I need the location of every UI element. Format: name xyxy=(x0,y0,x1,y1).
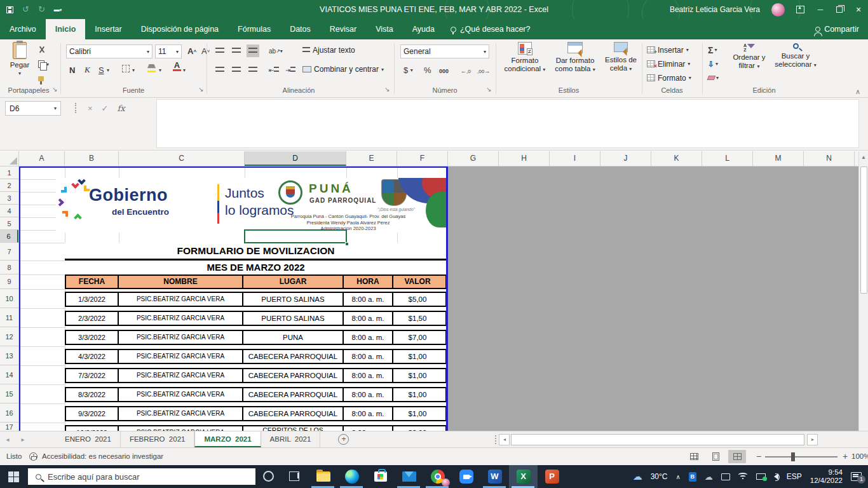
page-layout-view-button[interactable] xyxy=(707,450,724,463)
onedrive-icon[interactable]: ☁ xyxy=(705,472,713,482)
speaker-icon[interactable] xyxy=(774,473,778,480)
name-box[interactable]: D6▾ xyxy=(5,101,61,116)
sort-filter-button[interactable]: AZ Ordenar y filtrar ▾ xyxy=(729,43,769,71)
bold-button[interactable]: N xyxy=(67,64,77,76)
table-header-cell[interactable]: VALOR xyxy=(393,276,442,288)
ribbon-tab[interactable]: Inicio xyxy=(46,19,86,39)
column-header[interactable]: F xyxy=(397,151,448,166)
cell-hora[interactable]: 8:00 a. m. xyxy=(344,312,393,325)
ribbon-tab[interactable]: Ayuda xyxy=(403,19,444,39)
ribbon-display-options-icon[interactable] xyxy=(796,6,804,13)
cell-valor[interactable]: $1,50 xyxy=(393,312,442,325)
table-row[interactable]: 3/3/2022 PSIC.BEATRIZ GARCIA VERA PUNA 8… xyxy=(65,330,447,345)
currency-format-button[interactable]: $ ▾ xyxy=(402,64,415,76)
minimize-button[interactable]: ─ xyxy=(816,5,825,14)
ribbon-tab[interactable]: Archivo xyxy=(0,19,46,39)
language-indicator[interactable]: ESP xyxy=(787,472,802,481)
accessibility-icon[interactable] xyxy=(29,452,37,461)
cancel-icon[interactable]: × xyxy=(88,104,93,113)
normal-view-button[interactable] xyxy=(685,450,703,463)
cell-valor[interactable]: $5,00 xyxy=(393,293,442,306)
page-break-view-button[interactable] xyxy=(728,450,746,463)
zoom-out-button[interactable]: − xyxy=(756,448,761,465)
zoom-slider-track[interactable] xyxy=(765,456,837,458)
ribbon-tab[interactable]: Revisar xyxy=(320,19,366,39)
scroll-left-icon[interactable]: ◂ xyxy=(499,434,510,445)
cut-button[interactable] xyxy=(38,44,49,55)
cell-valor[interactable]: $2,00 xyxy=(393,426,442,431)
cell-hora[interactable]: 8:00 a. m. xyxy=(344,350,393,363)
alignment-dialog-launcher[interactable]: ↘ xyxy=(384,86,390,93)
row-header[interactable]: 2 xyxy=(0,179,18,192)
user-name[interactable]: Beatriz Leticia Garcia Vera xyxy=(670,5,760,14)
align-center-button[interactable] xyxy=(230,64,243,76)
row-header[interactable]: 12 xyxy=(0,327,18,346)
shrink-font-button[interactable]: A˅ xyxy=(200,44,212,57)
decrease-indent-button[interactable]: ⇤ xyxy=(267,64,281,76)
row-header[interactable]: 4 xyxy=(0,205,18,217)
row-header[interactable]: 13 xyxy=(0,346,18,365)
scroll-up-icon[interactable]: ▲ xyxy=(859,151,868,164)
task-view-button[interactable] xyxy=(289,471,299,481)
zoom-level[interactable]: 100% xyxy=(851,448,868,465)
column-header[interactable]: J xyxy=(600,151,651,166)
font-color-button[interactable]: A xyxy=(173,62,181,71)
orientation-button[interactable]: ab↗▾ xyxy=(267,44,285,57)
close-button[interactable]: × xyxy=(854,4,863,15)
cell-lugar[interactable]: PUERTO SALINAS xyxy=(243,293,344,306)
cell-fecha[interactable]: 10/3/2022 xyxy=(66,426,119,431)
taskbar-edge[interactable] xyxy=(337,465,366,488)
align-middle-button[interactable] xyxy=(230,44,243,57)
zoom-in-button[interactable]: + xyxy=(843,448,848,465)
collapse-ribbon-button[interactable]: ∧ xyxy=(855,88,860,96)
cell-hora[interactable]: 8:00 a. m. xyxy=(344,426,393,431)
row-header[interactable]: 11 xyxy=(0,308,18,327)
increase-decimal-button[interactable]: ←,0 xyxy=(459,65,473,78)
table-row[interactable]: 10/3/2022 PSIC.BEATRIZ GARCIA VERA CERRI… xyxy=(65,425,447,431)
user-avatar[interactable] xyxy=(771,3,785,17)
weather-temp[interactable]: 30°C xyxy=(651,472,668,481)
row-header[interactable]: 15 xyxy=(0,384,18,403)
cell-valor[interactable]: $1,00 xyxy=(393,369,442,382)
cell-fecha[interactable]: 4/3/2022 xyxy=(66,350,119,363)
font-dialog-launcher[interactable]: ↘ xyxy=(198,86,203,93)
format-cells-button[interactable]: Formato▾ xyxy=(647,72,691,83)
sheet-tab[interactable]: ABRIL 2021 xyxy=(261,431,321,447)
battery-security-icon[interactable] xyxy=(756,473,766,480)
active-cell-D6[interactable] xyxy=(244,229,347,243)
ribbon-tab[interactable]: Datos xyxy=(280,19,320,39)
underline-button[interactable]: S xyxy=(97,64,106,76)
cortana-button[interactable] xyxy=(263,471,274,482)
row-header[interactable]: 3 xyxy=(0,192,18,205)
cell-fecha[interactable]: 3/3/2022 xyxy=(66,331,119,344)
scrollbar-splitter[interactable] xyxy=(495,435,496,444)
insert-function-icon[interactable]: fx xyxy=(118,104,125,113)
cell-lugar[interactable]: PUNA xyxy=(243,331,344,344)
column-header[interactable]: I xyxy=(550,151,600,166)
table-header-cell[interactable]: NOMBRE xyxy=(119,276,243,288)
row-header[interactable]: 5 xyxy=(0,217,18,230)
horizontal-scroll-thumb[interactable] xyxy=(511,434,804,445)
vertical-scroll-thumb[interactable] xyxy=(860,166,867,294)
taskbar-powerpoint[interactable]: P xyxy=(538,465,566,488)
fill-handle[interactable] xyxy=(345,242,349,246)
notification-center-icon[interactable]: 1 xyxy=(851,472,862,481)
ribbon-tab[interactable]: Insertar xyxy=(85,19,131,39)
cell-lugar[interactable]: CABECERA PARROQUIAL xyxy=(243,369,344,382)
sheet-tab[interactable]: ENERO 2021 xyxy=(56,431,121,447)
cell-hora[interactable]: 8:00 a. m. xyxy=(344,293,393,306)
cell-hora[interactable]: 8:00 a. m. xyxy=(344,388,393,401)
cell-nombre[interactable]: PSIC.BEATRIZ GARCIA VERA xyxy=(119,369,243,382)
clear-button[interactable]: ▾ xyxy=(708,72,719,83)
number-format-select[interactable]: General▾ xyxy=(400,44,489,58)
cell-fecha[interactable]: 8/3/2022 xyxy=(66,388,119,401)
taskbar-store[interactable] xyxy=(366,465,395,488)
vertical-scrollbar[interactable]: ▲ xyxy=(858,151,868,431)
merge-center-button[interactable]: Combinar y centrar ▾ xyxy=(302,65,384,74)
insert-cells-button[interactable]: +Insertar▾ xyxy=(647,44,691,55)
worksheet-grid[interactable]: Gobierno del Encuentro Juntos lo logramo… xyxy=(19,166,858,431)
align-left-button[interactable] xyxy=(214,64,226,76)
cell-valor[interactable]: $1,00 xyxy=(393,388,442,401)
start-button[interactable] xyxy=(8,471,19,482)
column-header[interactable]: N xyxy=(804,151,855,166)
